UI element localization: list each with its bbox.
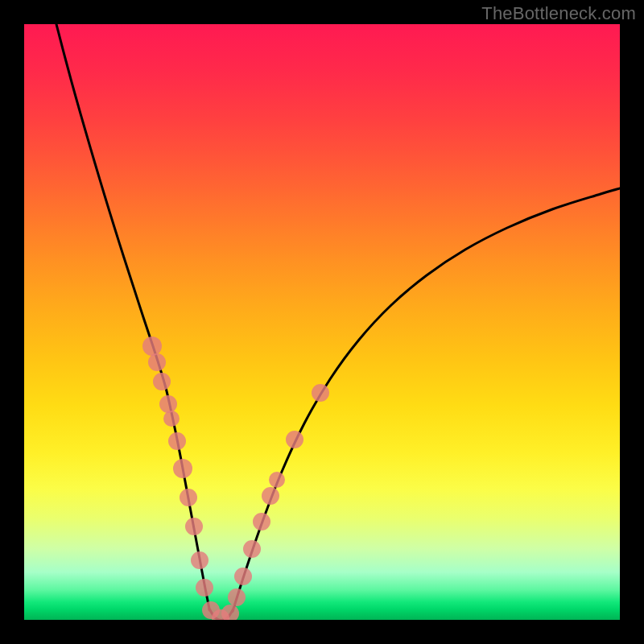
data-dot [168,432,186,450]
data-dot [180,489,197,506]
watermark-label: TheBottleneck.com [481,3,636,24]
gradient-plot-area [24,24,620,620]
data-dot [269,472,285,488]
chart-frame: TheBottleneck.com [0,0,644,644]
data-dot [163,411,180,427]
curve-layer [24,24,620,620]
data-dot [191,551,208,569]
data-dot [312,384,329,402]
data-dot [228,588,246,606]
data-dot [142,336,162,356]
data-dot [262,487,279,505]
data-dot [153,373,171,390]
data-dot [159,395,177,413]
data-dot [221,605,239,620]
data-dot [148,353,166,371]
data-dot [173,459,192,478]
data-dot [243,540,261,558]
data-dot [253,513,270,530]
data-dot [196,579,213,597]
v-curve [56,24,620,620]
bottleneck-curve [56,24,620,620]
scatter-dots [142,336,329,620]
data-dot [286,431,303,448]
data-dot [234,568,252,585]
data-dot [185,518,203,535]
